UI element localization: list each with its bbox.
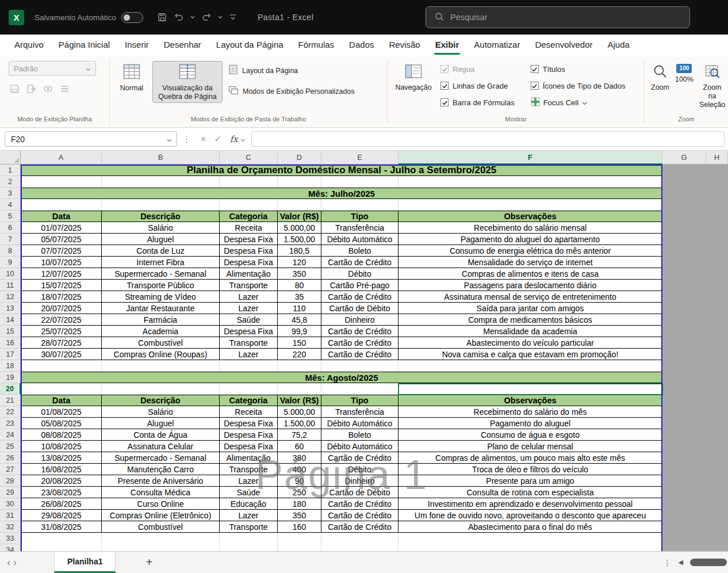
- cell-E17[interactable]: Cartão de Crédito: [321, 349, 399, 360]
- cell-C4[interactable]: [220, 199, 278, 211]
- cell-B7[interactable]: Aluguel: [102, 234, 220, 245]
- cell-C9[interactable]: Despesa Fixa: [220, 257, 278, 268]
- cell-A34[interactable]: [21, 544, 102, 551]
- column-header-E[interactable]: E: [321, 151, 399, 165]
- cell-D4[interactable]: [278, 199, 321, 211]
- cell-B34[interactable]: [102, 544, 220, 551]
- cell-C13[interactable]: Lazer: [220, 303, 278, 314]
- cell-B2[interactable]: [102, 176, 220, 188]
- scrollbar-thumb[interactable]: [690, 559, 727, 566]
- cell-A19[interactable]: Mês: Agosto/2025: [21, 372, 662, 383]
- cell-A26[interactable]: 13/08/2025: [21, 452, 102, 464]
- cell-F13[interactable]: Saída para jantar com amigos: [399, 303, 662, 314]
- cell-C32[interactable]: Transporte: [220, 521, 278, 533]
- cell-D2[interactable]: [278, 176, 321, 188]
- cell-E10[interactable]: Débito: [321, 268, 399, 280]
- new-sheet-view-icon[interactable]: [43, 84, 53, 96]
- cell-B23[interactable]: Aluguel: [102, 418, 220, 429]
- cell-A32[interactable]: 31/08/2025: [21, 521, 102, 533]
- menu-tab-arquivo[interactable]: Arquivo: [7, 35, 51, 56]
- cell-C31[interactable]: Lazer: [220, 510, 278, 521]
- cell-E26[interactable]: Cartão de Crédito: [321, 452, 399, 464]
- sheet-tab-planilha1[interactable]: Planilha1: [54, 552, 116, 573]
- cell-D7[interactable]: 1.500,00: [278, 234, 321, 245]
- row-header-10[interactable]: 10: [0, 268, 21, 280]
- navigation-button[interactable]: Navegação: [393, 61, 434, 94]
- row-header-25[interactable]: 25: [0, 441, 21, 452]
- cell-A9[interactable]: 10/07/2025: [21, 257, 102, 268]
- cell-C14[interactable]: Saúde: [220, 314, 278, 326]
- cell-A20[interactable]: [21, 383, 102, 395]
- cell-B30[interactable]: Curso Online: [102, 498, 220, 510]
- cell-F2[interactable]: [399, 176, 662, 188]
- menu-tab-inserir[interactable]: Inserir: [117, 35, 156, 56]
- cell-B5[interactable]: Descrição: [102, 211, 220, 222]
- cell-D13[interactable]: 110: [278, 303, 321, 314]
- cell-E15[interactable]: Cartão de Crédito: [321, 326, 399, 337]
- cell-A10[interactable]: 12/07/2025: [21, 268, 102, 280]
- cell-F21[interactable]: Observações: [399, 395, 662, 406]
- column-header-A[interactable]: A: [21, 151, 102, 165]
- cell-B28[interactable]: Presente de Aniversário: [102, 475, 220, 487]
- checkbox-ícones-de-tipo-de-dados[interactable]: Ícones de Tipo de Dados: [531, 80, 626, 91]
- keep-sheet-view-icon[interactable]: [10, 84, 20, 96]
- cell-E8[interactable]: Boleto: [321, 245, 399, 257]
- cell-A11[interactable]: 15/07/2025: [21, 280, 102, 291]
- select-all-corner[interactable]: [0, 151, 21, 165]
- cell-D16[interactable]: 150: [278, 337, 321, 349]
- cell-C2[interactable]: [220, 176, 278, 188]
- cell-D33[interactable]: [278, 533, 321, 544]
- cell-A7[interactable]: 05/07/2025: [21, 234, 102, 245]
- cell-A6[interactable]: 01/07/2025: [21, 222, 102, 234]
- cell-C16[interactable]: Transporte: [220, 337, 278, 349]
- row-header-30[interactable]: 30: [0, 498, 21, 510]
- cell-C11[interactable]: Transporte: [220, 280, 278, 291]
- cell-D6[interactable]: 5.000,00: [278, 222, 321, 234]
- row-header-19[interactable]: 19: [0, 372, 21, 383]
- zoom-to-selection-button[interactable]: Zoom na Seleção: [696, 61, 728, 111]
- row-header-2[interactable]: 2: [0, 176, 21, 188]
- cell-D29[interactable]: 250: [278, 487, 321, 498]
- row-header-6[interactable]: 6: [0, 222, 21, 234]
- cell-D15[interactable]: 99,9: [278, 326, 321, 337]
- row-header-7[interactable]: 7: [0, 234, 21, 245]
- row-header-22[interactable]: 22: [0, 406, 21, 418]
- cell-E14[interactable]: Dinheiro: [321, 314, 399, 326]
- cell-B4[interactable]: [102, 199, 220, 211]
- cell-C18[interactable]: [220, 360, 278, 372]
- cell-B33[interactable]: [102, 533, 220, 544]
- cell-F22[interactable]: Recebimento do salário do mês: [399, 406, 662, 418]
- cell-F5[interactable]: Observações: [399, 211, 662, 222]
- cell-E9[interactable]: Cartão de Crédito: [321, 257, 399, 268]
- normal-view-button[interactable]: Normal: [114, 61, 149, 94]
- cell-E29[interactable]: Cartão de Débito: [321, 487, 399, 498]
- row-header-20[interactable]: 20: [0, 383, 21, 395]
- cell-C6[interactable]: Receita: [220, 222, 278, 234]
- cell-C23[interactable]: Despesa Fixa: [220, 418, 278, 429]
- row-header-12[interactable]: 12: [0, 291, 21, 303]
- cell-E32[interactable]: Cartão de Crédito: [321, 521, 399, 533]
- cell-B9[interactable]: Internet Fibra: [102, 257, 220, 268]
- cell-C28[interactable]: Lazer: [220, 475, 278, 487]
- cell-E27[interactable]: Débito: [321, 464, 399, 475]
- cell-C15[interactable]: Despesa Fixa: [220, 326, 278, 337]
- redo-dropdown-icon[interactable]: [218, 16, 223, 19]
- cell-D9[interactable]: 120: [278, 257, 321, 268]
- menu-tab-fórmulas[interactable]: Fórmulas: [291, 35, 342, 56]
- cell-F8[interactable]: Consumo de energia elétrica do mês anter…: [399, 245, 662, 257]
- cell-C12[interactable]: Lazer: [220, 291, 278, 303]
- page-break-border-right[interactable]: [661, 165, 662, 551]
- cell-D18[interactable]: [278, 360, 321, 372]
- excel-logo-icon[interactable]: X: [9, 10, 24, 25]
- menu-tab-dados[interactable]: Dados: [342, 35, 381, 56]
- cancel-icon[interactable]: ×: [201, 134, 206, 144]
- menu-tab-desenhar[interactable]: Desenhar: [156, 35, 209, 56]
- cell-F28[interactable]: Presente para um amigo: [399, 475, 662, 487]
- menu-tab-automatizar[interactable]: Automatizar: [466, 35, 527, 56]
- cell-C21[interactable]: Categoria: [220, 395, 278, 406]
- cell-E24[interactable]: Boleto: [321, 429, 399, 441]
- checkbox-régua[interactable]: Régua: [440, 63, 515, 75]
- row-header-33[interactable]: 33: [0, 533, 21, 544]
- cell-E2[interactable]: [321, 176, 399, 188]
- cell-A27[interactable]: 16/08/2025: [21, 464, 102, 475]
